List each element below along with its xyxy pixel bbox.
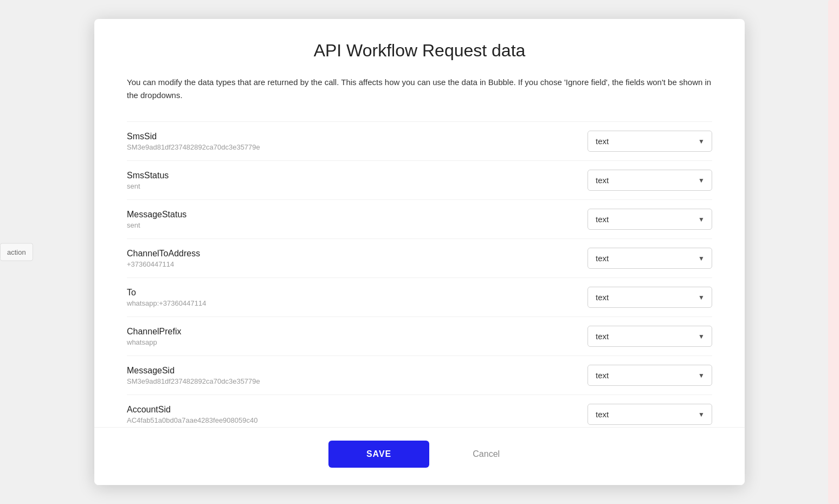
field-info-messageSid: MessageSidSM3e9ad81df237482892ca70dc3e35… (127, 366, 260, 385)
field-select-to[interactable]: textnumberdatebooleanignore field (588, 287, 712, 308)
field-info-messageStatus: MessageStatussent (127, 210, 186, 229)
field-select-messageSid[interactable]: textnumberdatebooleanignore field (588, 365, 712, 386)
modal-dialog: API Workflow Request data You can modify… (94, 19, 745, 485)
field-info-to: Towhatsapp:+37360447114 (127, 288, 206, 307)
field-select-smsStatus[interactable]: textnumberdatebooleanignore field (588, 170, 712, 191)
modal-title: API Workflow Request data (127, 41, 712, 61)
field-name-smsSid: SmsSid (127, 132, 260, 141)
field-row: ChannelToAddress+37360447114textnumberda… (127, 238, 712, 277)
field-value-messageStatus: sent (127, 221, 186, 229)
field-select-wrapper-messageSid: textnumberdatebooleanignore field▼ (588, 365, 712, 386)
field-name-accountSid: AccountSid (127, 405, 257, 415)
field-select-messageStatus[interactable]: textnumberdatebooleanignore field (588, 209, 712, 230)
field-select-wrapper-channelToAddress: textnumberdatebooleanignore field▼ (588, 248, 712, 269)
field-info-channelPrefix: ChannelPrefixwhatsapp (127, 327, 182, 346)
field-name-channelPrefix: ChannelPrefix (127, 327, 182, 337)
field-name-to: To (127, 288, 206, 298)
modal-content-area[interactable]: API Workflow Request data You can modify… (94, 19, 745, 427)
field-select-wrapper-to: textnumberdatebooleanignore field▼ (588, 287, 712, 308)
field-row: AccountSidAC4fab51a0bd0a7aae4283fee90805… (127, 395, 712, 427)
field-row: ChannelPrefixwhatsapptextnumberdateboole… (127, 316, 712, 356)
field-value-messageSid: SM3e9ad81df237482892ca70dc3e35779e (127, 377, 260, 385)
field-name-smsStatus: SmsStatus (127, 171, 169, 180)
action-label: action (7, 248, 26, 256)
field-value-to: whatsapp:+37360447114 (127, 299, 206, 307)
field-value-smsStatus: sent (127, 182, 169, 190)
field-select-channelToAddress[interactable]: textnumberdatebooleanignore field (588, 248, 712, 269)
field-value-accountSid: AC4fab51a0bd0a7aae4283fee908059c40 (127, 416, 257, 424)
field-select-wrapper-messageStatus: textnumberdatebooleanignore field▼ (588, 209, 712, 230)
field-name-messageStatus: MessageStatus (127, 210, 186, 219)
page-scrollbar-area (828, 0, 839, 504)
field-value-channelToAddress: +37360447114 (127, 260, 200, 268)
save-button[interactable]: SAVE (328, 441, 429, 468)
field-select-channelPrefix[interactable]: textnumberdatebooleanignore field (588, 326, 712, 347)
field-row: MessageSidSM3e9ad81df237482892ca70dc3e35… (127, 356, 712, 395)
field-name-messageSid: MessageSid (127, 366, 260, 376)
field-info-smsSid: SmsSidSM3e9ad81df237482892ca70dc3e35779e (127, 132, 260, 151)
field-row: SmsSidSM3e9ad81df237482892ca70dc3e35779e… (127, 121, 712, 160)
field-info-channelToAddress: ChannelToAddress+37360447114 (127, 249, 200, 268)
field-select-wrapper-accountSid: textnumberdatebooleanignore field▼ (588, 404, 712, 425)
modal-footer: SAVE Cancel (94, 427, 745, 485)
modal-description: You can modify the data types that are r… (127, 76, 712, 102)
field-select-wrapper-smsSid: textnumberdatebooleanignore field▼ (588, 131, 712, 152)
field-value-smsSid: SM3e9ad81df237482892ca70dc3e35779e (127, 143, 260, 151)
field-select-accountSid[interactable]: textnumberdatebooleanignore field (588, 404, 712, 425)
overlay: action API Workflow Request data You can… (0, 0, 839, 504)
field-row: MessageStatussenttextnumberdatebooleanig… (127, 199, 712, 238)
field-row: Towhatsapp:+37360447114textnumberdateboo… (127, 277, 712, 316)
field-name-channelToAddress: ChannelToAddress (127, 249, 200, 259)
field-select-wrapper-smsStatus: textnumberdatebooleanignore field▼ (588, 170, 712, 191)
field-info-accountSid: AccountSidAC4fab51a0bd0a7aae4283fee90805… (127, 405, 257, 424)
fields-list: SmsSidSM3e9ad81df237482892ca70dc3e35779e… (127, 121, 712, 427)
field-value-channelPrefix: whatsapp (127, 338, 182, 346)
field-row: SmsStatussenttextnumberdatebooleanignore… (127, 160, 712, 199)
cancel-button[interactable]: Cancel (462, 441, 511, 468)
field-info-smsStatus: SmsStatussent (127, 171, 169, 190)
background-action-hint: action (0, 243, 33, 261)
field-select-smsSid[interactable]: textnumberdatebooleanignore field (588, 131, 712, 152)
field-select-wrapper-channelPrefix: textnumberdatebooleanignore field▼ (588, 326, 712, 347)
